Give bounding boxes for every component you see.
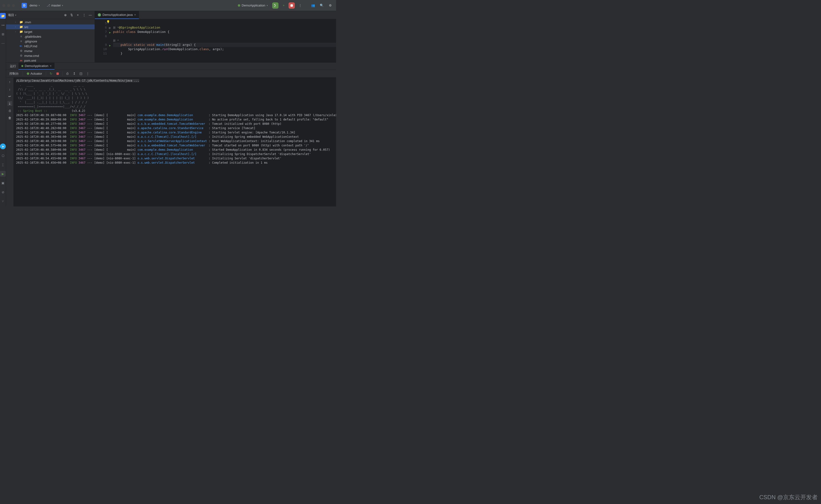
- tree-item-label: pom.xml: [24, 59, 36, 62]
- tree-row[interactable]: M↓HELP.md: [6, 44, 95, 48]
- more-actions[interactable]: ⋮: [297, 2, 303, 9]
- run-tab-name: DemoApplication: [25, 64, 48, 68]
- tree-row[interactable]: ⚙mvnw: [6, 48, 95, 53]
- panel-title[interactable]: 项目 ▾: [8, 13, 16, 17]
- terminal-tool[interactable]: ⌶: [0, 162, 6, 168]
- scroll-down[interactable]: ↓: [7, 87, 12, 91]
- console-rail: ↑ ↓ ↩ ⤓ ⎙ 🗑: [6, 78, 14, 206]
- editor-tab[interactable]: C DemoApplication.java ×: [95, 11, 139, 19]
- console-line: 2025-02-16T20:48:40.303+08:00 INFO 3467 …: [16, 135, 336, 139]
- file-gear-icon: ⚙: [19, 49, 23, 53]
- folder-icon: 📁: [1, 14, 5, 18]
- search-everywhere[interactable]: 🔍: [318, 2, 325, 9]
- tree-row[interactable]: ›📁.mvn: [6, 20, 95, 24]
- screenshot-button[interactable]: ⎙: [65, 71, 70, 76]
- git-icon: ⑂: [2, 199, 4, 203]
- project-tree[interactable]: ›📁.mvn›📁src›📁target≡.gitattributes≡.giti…: [6, 19, 95, 62]
- structure-tool[interactable]: ⊞: [0, 31, 6, 37]
- project-tool[interactable]: 📁: [0, 13, 6, 19]
- collapse-all[interactable]: ×: [75, 13, 80, 18]
- more-tools[interactable]: ⋯: [0, 40, 6, 46]
- close-tab[interactable]: ×: [134, 13, 136, 17]
- scroll-up[interactable]: ↑: [7, 79, 12, 84]
- console-tab[interactable]: 控制台: [8, 72, 20, 76]
- trash-icon: 🗑: [8, 116, 11, 120]
- toolbar-more[interactable]: ⋮: [85, 71, 90, 76]
- stop-button[interactable]: [289, 2, 295, 9]
- console-line: :: Spring Boot :: (v3.4.2): [16, 109, 336, 113]
- tree-row[interactable]: ⚙mvnw.cmd: [6, 53, 95, 58]
- commit-tool[interactable]: ⊶: [0, 22, 6, 28]
- tree-row[interactable]: mpom.xml: [6, 58, 95, 62]
- tree-arrow-icon[interactable]: ›: [15, 21, 18, 23]
- run-config-tab[interactable]: DemoApplication ×: [18, 63, 54, 70]
- build-icon: ▣: [1, 181, 4, 185]
- intention-bulb-icon[interactable]: 💡: [106, 20, 110, 24]
- print[interactable]: ⎙: [7, 108, 12, 113]
- stop-process-button[interactable]: [55, 71, 60, 76]
- run-config-name: DemoApplication: [242, 4, 265, 7]
- actuator-tab[interactable]: ⬣ Actuator: [25, 72, 43, 75]
- code-line[interactable]: SpringApplication.run(DemoApplication.cl…: [113, 47, 336, 51]
- editor-body[interactable]: 567891011 ⊘▶▶ 新 *@SpringBootApplicationp…: [95, 19, 336, 62]
- search-icon: 🔍: [320, 4, 324, 7]
- code-with-me[interactable]: 👥: [310, 2, 316, 9]
- run-button[interactable]: [272, 2, 278, 9]
- code-line[interactable]: 💡新 *: [113, 38, 336, 43]
- target-icon: ⊕: [64, 13, 67, 17]
- clear-console[interactable]: 🗑: [7, 115, 12, 120]
- maximize-window[interactable]: [12, 4, 15, 7]
- tree-row[interactable]: ›📁target: [6, 29, 95, 34]
- tree-row[interactable]: ≡.gitattributes: [6, 34, 95, 39]
- panel-options[interactable]: ⋮: [82, 13, 86, 18]
- layout-button[interactable]: ◫: [78, 71, 83, 76]
- line-gutter[interactable]: 567891011: [95, 19, 109, 62]
- code-line[interactable]: public static void main(String[] args) {: [113, 43, 336, 47]
- layout-icon: ◫: [79, 72, 82, 75]
- actuator-label: Actuator: [30, 72, 42, 75]
- tree-arrow-icon[interactable]: ›: [15, 30, 18, 33]
- gutter-icons[interactable]: ⊘▶▶: [109, 19, 113, 62]
- code-line[interactable]: 新 *@SpringBootApplication: [113, 25, 336, 30]
- code-line[interactable]: }: [113, 51, 336, 56]
- build-tool[interactable]: ▣: [0, 180, 6, 186]
- select-opened-file[interactable]: ⊕: [63, 13, 68, 18]
- debug-button[interactable]: ⌖: [280, 2, 287, 9]
- settings[interactable]: ⚙: [327, 2, 334, 9]
- console-line: ' |____| .__|_| |_|_| |_\__, | / / / /: [16, 100, 336, 104]
- editor-tabs: C DemoApplication.java × ⋮: [95, 11, 336, 19]
- project-panel-header: 项目 ▾ ⊕ ⇅ × ⋮ —: [6, 11, 95, 19]
- scroll-to-end[interactable]: ⤓: [7, 101, 12, 106]
- problems-tool[interactable]: ⊘: [0, 189, 6, 195]
- code-line[interactable]: public class DemoApplication {: [113, 30, 336, 34]
- tree-row[interactable]: ≡.gitignore: [6, 39, 95, 44]
- export-button[interactable]: ↥: [72, 71, 77, 76]
- code-line[interactable]: [113, 21, 336, 25]
- collapse-icon: ×: [77, 13, 79, 17]
- project-selector[interactable]: D demo ▾: [20, 2, 42, 9]
- services-tool[interactable]: ⬡: [0, 153, 6, 158]
- telegram-tool[interactable]: ➤: [0, 144, 6, 149]
- run-tool[interactable]: ▶: [0, 171, 6, 177]
- console-line: /Library/Java/JavaVirtualMachines/jdk-17…: [16, 78, 336, 83]
- minimize-panel[interactable]: —: [88, 13, 93, 18]
- close-window[interactable]: [2, 4, 5, 7]
- vcs-branch-selector[interactable]: ⎇ master ▾: [45, 3, 65, 8]
- code-area[interactable]: 新 *@SpringBootApplicationpublic class De…: [113, 19, 336, 62]
- tree-arrow-icon[interactable]: ›: [15, 26, 18, 28]
- console-output[interactable]: /Library/Java/JavaVirtualMachines/jdk-17…: [14, 78, 336, 206]
- console-line: 2025-02-16T20:48:40.277+08:00 INFO 3467 …: [16, 122, 336, 126]
- code-line[interactable]: [113, 34, 336, 38]
- rerun-button[interactable]: ↻: [48, 71, 53, 76]
- kebab-icon: ⋮: [86, 72, 89, 75]
- tree-row[interactable]: ›📁src: [6, 24, 95, 29]
- expand-all[interactable]: ⇅: [69, 13, 74, 18]
- run-config-selector[interactable]: ⬢ DemoApplication ▾: [235, 3, 270, 8]
- vcs-tool[interactable]: ⑂: [0, 198, 6, 204]
- close-run-tab[interactable]: ×: [50, 64, 52, 68]
- console-line: 2025-02-16T20:48:40.575+08:00 INFO 3467 …: [16, 143, 336, 148]
- minimize-window[interactable]: [7, 4, 10, 7]
- soft-wrap[interactable]: ↩: [7, 94, 12, 99]
- file-lines-icon: ≡: [19, 40, 23, 43]
- play-icon: ▶: [2, 172, 4, 176]
